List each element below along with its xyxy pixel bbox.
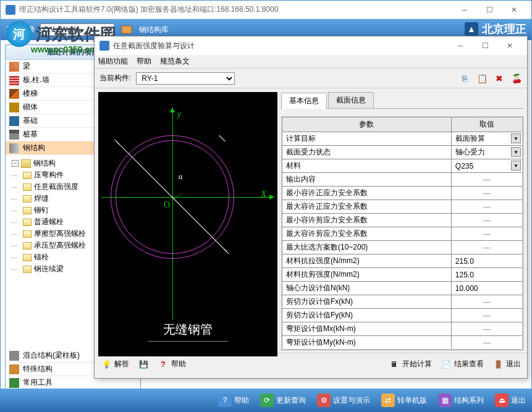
bottom-convert-button[interactable]: ⇄转单机版 <box>381 393 427 407</box>
param-cell: 最大容许正应力安全系数 <box>282 200 451 214</box>
brand: ▲ 北京理正 <box>465 22 526 36</box>
value-cell[interactable]: — <box>451 322 523 336</box>
dialog-maximize-button[interactable]: ☐ <box>473 38 497 53</box>
dialog-icon <box>99 41 109 51</box>
file-icon <box>23 183 32 191</box>
help-button[interactable]: ?帮助 <box>158 359 186 370</box>
door-icon: 🚪 <box>492 359 504 370</box>
folder-icon <box>21 159 31 168</box>
menu-spec[interactable]: 规范条文 <box>160 56 190 67</box>
value-cell[interactable]: 截面验算▼ <box>451 132 523 146</box>
section-canvas: X y O α 无缝钢管 <box>98 92 277 356</box>
tick-mark <box>224 248 229 254</box>
paste-icon[interactable]: 📋 <box>476 73 488 84</box>
gear-icon: ⚙ <box>317 393 331 407</box>
special-icon <box>9 364 19 374</box>
file-icon <box>23 254 32 261</box>
table-row: 材料Q235▼ <box>282 159 523 173</box>
tick-mark <box>114 139 120 145</box>
value-cell[interactable]: — <box>451 200 523 214</box>
options-icon[interactable]: 🍒 <box>511 73 522 84</box>
menu-aux[interactable]: 辅助功能 <box>98 56 128 67</box>
convert-icon: ⇄ <box>381 393 395 407</box>
main-titlebar: 理正结构设计工具箱软件7.0(网络版) 加密服务器地址和端口:168.168.5… <box>1 1 531 19</box>
maximize-button[interactable]: ☐ <box>477 2 502 17</box>
param-cell: 材料 <box>282 159 451 173</box>
stair-icon <box>9 89 19 99</box>
value-cell[interactable]: — <box>451 336 523 350</box>
dialog-title: 任意截面强度验算与设计 <box>113 41 448 51</box>
chevron-down-icon[interactable]: ▼ <box>511 133 521 143</box>
workdir-select[interactable]: C:\LzWork\ <box>40 23 114 36</box>
table-row: 输出内容— <box>282 173 523 187</box>
bottom-series-button[interactable]: ▦结构系列 <box>438 393 484 407</box>
copy-icon[interactable]: ⎘ <box>459 73 470 84</box>
table-row: 最小容许正应力安全系数— <box>282 187 523 200</box>
param-cell: 材料抗剪强度(N/mm2) <box>282 268 451 282</box>
delete-icon[interactable]: ✖ <box>494 73 505 84</box>
dialog-close-button[interactable]: ✕ <box>497 38 522 53</box>
solve-button[interactable]: 💡解答 <box>101 359 129 370</box>
tab-basic[interactable]: 基本信息 <box>281 93 327 109</box>
param-cell: 弯矩设计值My(kN-m) <box>282 336 451 350</box>
question-icon: ? <box>158 359 169 370</box>
tools-icon <box>9 378 19 388</box>
axis-x-label: X <box>261 190 266 200</box>
value-cell[interactable]: 10.000 <box>451 282 523 295</box>
value-cell[interactable]: — <box>451 187 523 200</box>
component-select[interactable]: RY-1 <box>136 72 235 85</box>
table-row: 截面受力状态轴心受力▼ <box>282 146 523 159</box>
table-row: 材料抗拉强度(N/mm2)215.0 <box>282 254 523 268</box>
table-row: 弯矩设计值My(kN-m)— <box>282 336 523 350</box>
library-icon[interactable] <box>119 22 134 37</box>
param-cell: 最大比选方案数(10~200) <box>282 241 451 254</box>
table-row: 弯矩设计值Mx(kN-m)— <box>282 322 523 336</box>
value-cell[interactable]: 215.0 <box>451 254 523 268</box>
file-icon <box>23 230 32 238</box>
table-row: 最大容许剪应力安全系数— <box>282 227 523 241</box>
file-icon <box>23 195 32 203</box>
window-title: 理正结构设计工具箱软件7.0(网络版) 加密服务器地址和端口:168.168.5… <box>19 4 452 15</box>
table-row: 剪切力设计值Fx(kN)— <box>282 295 523 309</box>
value-cell[interactable]: — <box>451 295 523 309</box>
value-cell[interactable]: — <box>451 309 523 322</box>
tab-section[interactable]: 截面信息 <box>328 92 374 108</box>
value-cell[interactable]: 轴心受力▼ <box>451 146 523 159</box>
value-cell[interactable]: — <box>451 241 523 254</box>
value-cell[interactable]: Q235▼ <box>451 159 523 173</box>
right-pane: 基本信息 截面信息 参数 取值 计算目标截面验算▼截面受力状态轴心受力▼材料Q2… <box>281 88 527 353</box>
mixed-icon <box>9 351 19 361</box>
calc-button[interactable]: 🖩开始计算 <box>389 359 432 370</box>
param-cell: 剪切力设计值Fx(kN) <box>282 295 451 309</box>
chevron-down-icon[interactable]: ▼ <box>511 161 521 170</box>
col-param: 参数 <box>282 117 451 132</box>
value-cell[interactable]: — <box>451 227 523 241</box>
minimize-button[interactable]: ─ <box>452 2 477 17</box>
component-label: 当前构件: <box>99 73 131 83</box>
dialog-minimize-button[interactable]: ─ <box>448 38 473 53</box>
bottom-exit-button[interactable]: ⏏退出 <box>495 393 526 407</box>
save-button[interactable]: 💾 <box>138 359 149 370</box>
file-icon <box>23 172 32 179</box>
help-icon: ? <box>218 393 232 407</box>
bottom-bar: ?帮助 ⟳更新查询 ⚙设置与演示 ⇄转单机版 ▦结构系列 ⏏退出 <box>0 389 532 412</box>
exit-button[interactable]: 🚪退出 <box>492 359 521 370</box>
param-cell: 输出内容 <box>282 173 451 187</box>
param-cell: 截面受力状态 <box>282 146 451 159</box>
value-cell[interactable]: — <box>451 214 523 227</box>
axis-y-label: y <box>177 109 181 119</box>
menu-help[interactable]: 帮助 <box>137 56 151 67</box>
bottom-help-button[interactable]: ?帮助 <box>218 393 249 407</box>
dialog: 任意截面强度验算与设计 ─ ☐ ✕ 辅助功能 帮助 规范条文 当前构件: RY-… <box>94 36 528 379</box>
value-cell[interactable]: — <box>451 173 523 187</box>
view-button[interactable]: 📄结果查看 <box>441 359 484 370</box>
workdir-label: 工作目录 <box>6 25 35 35</box>
value-cell[interactable]: 125.0 <box>451 268 523 282</box>
view-icon: 📄 <box>441 359 452 370</box>
chevron-down-icon[interactable]: ▼ <box>511 147 521 157</box>
close-button[interactable]: ✕ <box>502 2 526 17</box>
collapse-icon[interactable]: − <box>12 160 19 167</box>
param-cell: 剪切力设计值Fy(kN) <box>282 309 451 322</box>
bottom-update-button[interactable]: ⟳更新查询 <box>260 393 306 407</box>
bottom-settings-button[interactable]: ⚙设置与演示 <box>317 393 370 407</box>
